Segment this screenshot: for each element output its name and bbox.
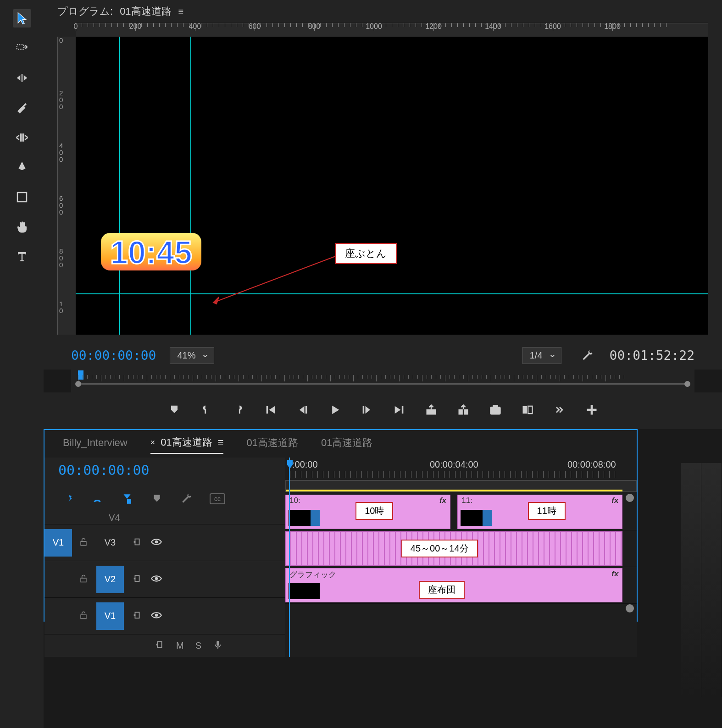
timeline-tab[interactable]: ×01高速道路≡: [150, 436, 224, 454]
program-monitor: 020040060080010001200140016001800 020040…: [44, 23, 722, 342]
eye-icon[interactable]: [150, 573, 162, 586]
track-header-row: V1: [44, 597, 285, 634]
timecode-current[interactable]: 00:00:00:00: [71, 348, 156, 363]
step-forward-icon[interactable]: [359, 402, 375, 418]
guide-vertical[interactable]: [190, 37, 191, 335]
svg-rect-11: [427, 410, 435, 414]
track-v2-clips[interactable]: 45～00～14分: [285, 530, 637, 567]
annotation-label: 10時: [355, 502, 393, 520]
timeline-settings-icon[interactable]: [180, 492, 194, 506]
svg-rect-9: [362, 406, 364, 413]
settings-icon[interactable]: [580, 347, 596, 364]
button-editor-icon[interactable]: [583, 402, 600, 418]
eye-icon[interactable]: [150, 609, 162, 623]
captions-icon[interactable]: cc: [210, 493, 225, 504]
timeline-content[interactable]: :00:0000:00:04:0000:00:08:00 10:fx10時11:…: [285, 458, 637, 657]
svg-point-32: [155, 613, 158, 617]
lock-icon[interactable]: [79, 574, 88, 585]
meter-right: 0-6-12-18-24-30: [701, 463, 722, 697]
lock-icon[interactable]: [79, 611, 88, 622]
track-target[interactable]: V3: [96, 529, 124, 557]
rectangle-tool[interactable]: [13, 188, 31, 206]
type-tool[interactable]: [13, 248, 31, 266]
step-back-icon[interactable]: [294, 402, 311, 418]
svg-rect-21: [81, 541, 86, 545]
program-header: プログラム: 01高速道路 ≡: [44, 0, 722, 23]
annotation-label: 45～00～14分: [401, 540, 478, 557]
export-frame-icon[interactable]: [487, 402, 503, 418]
mark-in-icon[interactable]: [166, 402, 182, 418]
set-in-icon[interactable]: [198, 402, 214, 418]
voiceover-icon[interactable]: [213, 640, 223, 652]
timeline-left-header: 00:00:00:00 cc V4 V1 V3: [44, 458, 285, 657]
track-output-icon[interactable]: [132, 537, 142, 549]
svg-rect-12: [459, 410, 462, 414]
track-v3-clips[interactable]: 10:fx10時11:fx11時: [285, 494, 637, 530]
set-out-icon[interactable]: [230, 402, 246, 418]
ruler-vertical[interactable]: 020040060080010: [57, 37, 76, 335]
lock-icon[interactable]: [79, 537, 88, 548]
preview-viewport[interactable]: 10:45 座ぶとん: [76, 37, 708, 335]
svg-point-28: [155, 577, 158, 580]
resolution-dropdown[interactable]: 1/4: [522, 347, 561, 364]
track-output-icon[interactable]: [132, 574, 142, 585]
guide-horizontal[interactable]: [76, 293, 708, 294]
pen-tool[interactable]: [13, 158, 31, 176]
svg-rect-4: [17, 193, 27, 202]
panel-menu-icon[interactable]: ≡: [218, 436, 224, 448]
scroll-handle[interactable]: [626, 494, 634, 502]
solo-label[interactable]: S: [195, 640, 201, 651]
extract-icon[interactable]: [455, 402, 471, 418]
more-buttons-icon[interactable]: [551, 402, 567, 418]
track-v1-clips[interactable]: グラフィックfx座布団: [285, 567, 637, 604]
lift-icon[interactable]: [423, 402, 439, 418]
track-target[interactable]: V1: [96, 602, 124, 630]
close-icon[interactable]: ×: [150, 438, 156, 447]
track-v4-label: V4: [44, 513, 285, 524]
timeline-tab[interactable]: 01高速道路: [246, 436, 298, 454]
razor-tool[interactable]: [13, 99, 31, 117]
comparison-view-icon[interactable]: [519, 402, 535, 418]
ripple-edit-tool[interactable]: [13, 69, 31, 87]
timeline-overview[interactable]: [285, 480, 637, 492]
eye-icon[interactable]: [150, 536, 162, 550]
add-marker-icon[interactable]: [120, 492, 134, 506]
marker-icon[interactable]: [150, 492, 164, 506]
track-output-icon[interactable]: [155, 640, 165, 652]
ruler-horizontal[interactable]: 020040060080010001200140016001800: [76, 23, 708, 37]
track-header-row: V1 V3: [44, 524, 285, 561]
audio-meters: 0-6-12-18-24-30: [681, 463, 722, 697]
svg-rect-13: [464, 410, 467, 414]
zoom-dropdown[interactable]: 41%: [170, 347, 214, 364]
guide-vertical[interactable]: [119, 37, 120, 335]
track-source-patch[interactable]: [44, 566, 72, 593]
timeline-playhead[interactable]: [289, 458, 290, 657]
track-source-patch[interactable]: [44, 602, 72, 630]
scrub-track[interactable]: [78, 383, 688, 385]
go-to-in-icon[interactable]: [262, 402, 278, 418]
svg-rect-22: [135, 539, 139, 545]
mute-label[interactable]: M: [176, 640, 184, 651]
audio-track-header: M S: [44, 634, 285, 657]
svg-rect-26: [135, 575, 139, 581]
go-to-out-icon[interactable]: [391, 402, 407, 418]
timecode-duration: 00:01:52:22: [610, 348, 694, 363]
track-select-tool[interactable]: [13, 39, 31, 57]
panel-menu-icon[interactable]: ≡: [178, 6, 184, 17]
scrub-bar[interactable]: [71, 370, 694, 392]
track-output-icon[interactable]: [132, 610, 142, 622]
timeline-playhead-tc[interactable]: 00:00:00:00: [58, 462, 150, 478]
track-target[interactable]: V2: [96, 566, 124, 593]
play-icon[interactable]: [327, 402, 343, 418]
timeline-tab[interactable]: Billy_Interview: [63, 436, 128, 454]
selection-tool[interactable]: [13, 9, 31, 28]
slip-tool[interactable]: [13, 128, 31, 147]
track-source-patch[interactable]: V1: [44, 529, 72, 557]
svg-rect-33: [157, 642, 161, 648]
hand-tool[interactable]: [13, 218, 31, 236]
snap-icon[interactable]: [61, 492, 74, 506]
scroll-handle[interactable]: [626, 604, 634, 612]
linked-selection-icon[interactable]: [90, 492, 104, 506]
timeline-tab[interactable]: 01高速道路: [321, 436, 372, 454]
timeline-ruler[interactable]: :00:0000:00:04:0000:00:08:00: [285, 458, 637, 480]
